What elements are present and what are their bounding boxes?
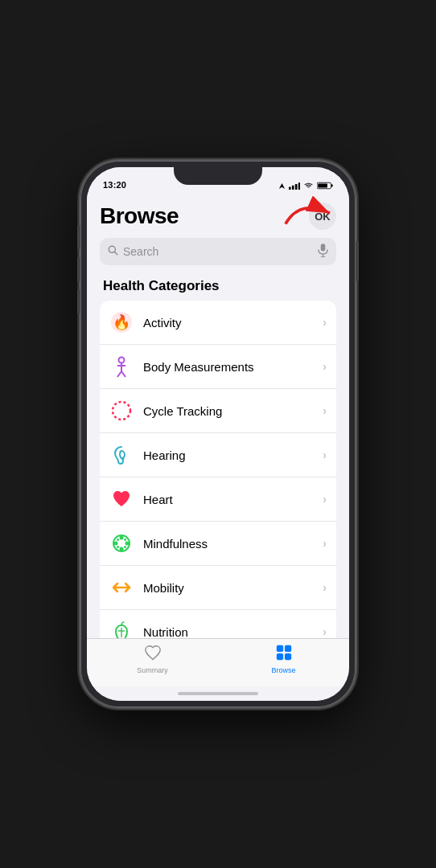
home-bar: [178, 692, 258, 695]
status-time: 13:20: [103, 180, 126, 190]
activity-label: Activity: [143, 316, 323, 330]
nutrition-label: Nutrition: [143, 625, 323, 639]
wifi-icon: [303, 182, 314, 190]
heart-label: Heart: [143, 493, 323, 506]
svg-point-25: [114, 542, 118, 546]
tab-bar: Summary Browse: [87, 638, 349, 686]
svg-point-15: [119, 358, 125, 363]
body-measurements-icon: [108, 353, 135, 380]
hearing-chevron: ›: [323, 448, 327, 461]
svg-point-23: [120, 536, 124, 540]
svg-rect-3: [298, 182, 300, 190]
svg-rect-38: [276, 645, 282, 652]
summary-tab-label: Summary: [137, 666, 168, 674]
heart-chevron: ›: [323, 493, 327, 506]
svg-rect-40: [276, 653, 282, 660]
home-indicator: [87, 686, 349, 701]
svg-rect-39: [284, 645, 290, 652]
nutrition-icon: [108, 618, 135, 638]
tab-summary[interactable]: Summary: [87, 644, 218, 674]
svg-line-9: [115, 252, 117, 255]
list-item[interactable]: Hearing ›: [100, 433, 336, 477]
phone-screen: 13:20: [87, 167, 349, 701]
categories-list: 🔥 Activity ›: [100, 301, 336, 638]
status-icons: [278, 182, 333, 190]
notch: [174, 167, 262, 185]
list-item[interactable]: Body Measurements ›: [100, 345, 336, 389]
list-item[interactable]: Nutrition ›: [100, 610, 336, 638]
svg-point-29: [117, 546, 119, 548]
svg-point-21: [122, 457, 125, 460]
mindfulness-chevron: ›: [323, 537, 327, 550]
search-placeholder: Search: [123, 245, 313, 258]
hearing-label: Hearing: [143, 448, 323, 462]
mobility-chevron: ›: [323, 581, 327, 594]
content-area: Browse OK: [87, 193, 349, 638]
page-header: Browse OK: [100, 203, 336, 230]
svg-rect-0: [289, 186, 291, 190]
cycle-tracking-icon: [108, 397, 135, 424]
svg-rect-5: [331, 184, 333, 186]
svg-line-19: [121, 371, 125, 377]
list-item[interactable]: Mindfulness ›: [100, 522, 336, 566]
activity-chevron: ›: [323, 316, 327, 329]
svg-rect-2: [295, 183, 298, 189]
svg-rect-41: [284, 653, 290, 660]
browse-tab-icon: [275, 644, 293, 665]
body-measurements-label: Body Measurements: [143, 360, 323, 374]
mindfulness-icon: [108, 530, 135, 557]
svg-point-27: [117, 538, 119, 541]
section-title: Health Categories: [100, 278, 336, 294]
svg-line-18: [117, 371, 121, 377]
navigation-icon: [278, 182, 286, 190]
red-arrow-svg: [278, 193, 343, 231]
tab-browse[interactable]: Browse: [218, 644, 349, 674]
activity-icon: 🔥: [108, 309, 135, 336]
list-item[interactable]: Heart ›: [100, 477, 336, 522]
mobility-icon: [108, 574, 135, 601]
svg-rect-6: [318, 184, 327, 188]
svg-rect-1: [292, 185, 294, 189]
body-chevron: ›: [323, 360, 327, 373]
mobility-label: Mobility: [143, 581, 323, 595]
phone-frame: 13:20: [80, 161, 356, 707]
summary-tab-icon: [144, 644, 162, 665]
svg-rect-10: [321, 244, 326, 251]
svg-point-28: [124, 538, 126, 541]
list-item[interactable]: Cycle Tracking ›: [100, 389, 336, 433]
list-item[interactable]: Mobility ›: [100, 566, 336, 610]
hearing-icon: [108, 441, 135, 469]
cycle-chevron: ›: [323, 404, 327, 417]
svg-point-20: [113, 402, 130, 420]
browse-tab-label: Browse: [271, 666, 295, 674]
mic-icon[interactable]: [318, 244, 328, 260]
svg-point-24: [120, 547, 124, 551]
search-icon: [108, 245, 118, 258]
battery-icon: [317, 182, 333, 190]
search-bar[interactable]: Search: [100, 238, 336, 265]
mindfulness-label: Mindfulness: [143, 537, 323, 551]
status-bar: 13:20: [87, 167, 349, 193]
signal-icon: [289, 182, 300, 190]
heart-icon: [108, 485, 135, 513]
svg-text:🔥: 🔥: [113, 313, 131, 331]
svg-point-30: [124, 546, 126, 548]
list-item[interactable]: 🔥 Activity ›: [100, 301, 336, 345]
page-title: Browse: [100, 203, 179, 229]
cycle-tracking-label: Cycle Tracking: [143, 404, 323, 418]
nutrition-chevron: ›: [323, 625, 327, 638]
svg-point-26: [125, 542, 130, 546]
